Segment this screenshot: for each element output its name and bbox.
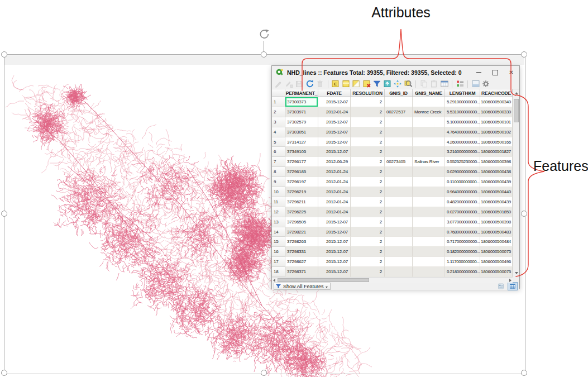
cell-permanent_[interactable]: 37296197 (285, 177, 318, 187)
cell-gnis_id[interactable] (385, 187, 413, 197)
cell-permanent_[interactable]: 37298221 (285, 227, 318, 237)
cell-reachcode[interactable]: 1806000500483 (480, 227, 513, 237)
vertical-scroll-thumb[interactable] (514, 99, 519, 122)
cell-resolution[interactable]: 2 (351, 247, 385, 257)
cell-lengthkm[interactable]: 3.077000000000... (445, 217, 480, 227)
cell-gnis_id[interactable] (385, 147, 413, 157)
cell-resolution[interactable]: 2 (351, 127, 385, 137)
selection-handle-top-center[interactable] (261, 51, 267, 58)
cell-gnis_name[interactable] (413, 247, 445, 257)
cell-gnis_id[interactable]: 00273405 (385, 157, 413, 167)
row-number-cell[interactable]: 15 (272, 237, 285, 247)
horizontal-scrollbar[interactable] (272, 277, 513, 283)
cell-lengthkm[interactable]: 4.260000000000... (445, 137, 480, 147)
cell-lengthkm[interactable]: 0.029000000000... (445, 167, 480, 177)
selection-handle-bottom-center[interactable] (261, 370, 267, 376)
conditional-formatting-icon[interactable] (456, 79, 465, 88)
cell-reachcode[interactable]: 1806000500330 (480, 107, 513, 117)
pan-to-selection-icon[interactable] (393, 79, 402, 88)
actions-icon[interactable] (481, 79, 490, 88)
cell-resolution[interactable]: 2 (351, 187, 385, 197)
cell-resolution[interactable]: 2 (351, 157, 385, 167)
column-header-permanent_[interactable]: PERMANENT_ (285, 89, 318, 97)
selection-handle-mid-right[interactable] (521, 211, 527, 217)
vertical-scroll-track[interactable] (513, 97, 519, 269)
cell-lengthkm[interactable]: 1.117000000000... (445, 257, 480, 267)
cell-gnis_id[interactable] (385, 177, 413, 187)
cell-permanent_[interactable]: 37296505 (285, 217, 318, 227)
cell-lengthkm[interactable]: 0.768000000000... (445, 227, 480, 237)
select-all-icon[interactable] (342, 79, 351, 88)
cell-resolution[interactable]: 2 (351, 257, 385, 267)
cell-lengthkm[interactable]: 0.717000000000... (445, 237, 480, 247)
cell-gnis_name[interactable] (413, 127, 445, 137)
row-number-cell[interactable]: 17 (272, 257, 285, 267)
row-number-cell[interactable]: 8 (272, 167, 285, 177)
cell-lengthkm[interactable]: 5.531000000000... (445, 107, 480, 117)
cell-permanent_[interactable]: 37303971 (285, 107, 318, 117)
cell-lengthkm[interactable]: 5.100000000000... (445, 117, 480, 127)
cell-lengthkm[interactable]: 0.110000000000... (445, 177, 480, 187)
cell-permanent_[interactable]: 37302579 (285, 117, 318, 127)
header-corner-cell[interactable] (272, 89, 285, 97)
cell-resolution[interactable]: 2 (351, 177, 385, 187)
scroll-down-arrow[interactable] (513, 269, 519, 277)
cell-resolution[interactable]: 2 (351, 237, 385, 247)
maximize-button[interactable] (487, 66, 503, 78)
cell-lengthkm[interactable]: 0.964000000000... (445, 187, 480, 197)
row-number-cell[interactable]: 10 (272, 187, 285, 197)
vertical-scrollbar[interactable] (513, 89, 519, 277)
cell-gnis_name[interactable] (413, 187, 445, 197)
cell-gnis_id[interactable] (385, 207, 413, 217)
cell-resolution[interactable]: 2 (351, 107, 385, 117)
cell-gnis_id[interactable] (385, 217, 413, 227)
cell-gnis_name[interactable]: Salinas River (413, 157, 445, 167)
cell-lengthkm[interactable]: 0.218000000000... (445, 267, 480, 277)
cell-resolution[interactable]: 2 (351, 147, 385, 157)
cell-gnis_name[interactable] (413, 117, 445, 127)
cell-gnis_name[interactable]: Monroe Creek (413, 107, 445, 117)
cell-permanent_[interactable]: 37296225 (285, 207, 318, 217)
cell-gnis_id[interactable]: 00272537 (385, 107, 413, 117)
cell-reachcode[interactable]: 1806000500398 (480, 217, 513, 227)
cell-reachcode[interactable]: 1806000500340 (480, 97, 513, 107)
rotate-handle-icon[interactable] (257, 28, 271, 44)
cell-reachcode[interactable]: 1806000500075 (480, 247, 513, 257)
table-view-toggle-icon[interactable] (508, 282, 518, 290)
cell-permanent_[interactable]: 37296211 (285, 197, 318, 207)
select-by-expression-icon[interactable]: ε (331, 79, 340, 88)
cell-gnis_name[interactable] (413, 267, 445, 277)
show-all-features-button[interactable]: Show All Features (274, 283, 331, 290)
cell-reachcode[interactable]: 1806000500438 (480, 167, 513, 177)
row-number-cell[interactable]: 1 (272, 97, 285, 107)
reload-table-icon[interactable] (305, 79, 314, 88)
column-header-reachcode[interactable]: REACHCODE (480, 89, 513, 97)
cell-reachcode[interactable]: 1806000500075 (480, 267, 513, 277)
cell-gnis_id[interactable] (385, 197, 413, 207)
minimize-button[interactable] (471, 66, 487, 78)
cell-lengthkm[interactable]: 0.552525230000... (445, 157, 480, 167)
cell-fdate[interactable]: 2015-12-07 (318, 267, 351, 277)
cell-gnis_id[interactable] (385, 267, 413, 277)
cell-resolution[interactable]: 2 (351, 167, 385, 177)
cell-gnis_name[interactable] (413, 137, 445, 147)
row-number-cell[interactable]: 16 (272, 247, 285, 257)
paste-features-icon[interactable] (429, 79, 438, 88)
cell-gnis_name[interactable] (413, 207, 445, 217)
cell-fdate[interactable]: 2012-01-24 (318, 167, 351, 177)
cell-lengthkm[interactable]: 0.027000000000... (445, 207, 480, 217)
cell-fdate[interactable]: 2012-01-24 (318, 187, 351, 197)
cell-fdate[interactable]: 2012-01-24 (318, 177, 351, 187)
cell-gnis_id[interactable] (385, 117, 413, 127)
multiedit-icon[interactable] (285, 79, 294, 88)
cell-permanent_[interactable]: 37296219 (285, 187, 318, 197)
cell-reachcode[interactable]: 1806000500496 (480, 257, 513, 267)
cell-resolution[interactable]: 2 (351, 197, 385, 207)
copy-selection-icon[interactable] (419, 79, 428, 88)
invert-selection-icon[interactable] (352, 79, 361, 88)
move-selection-top-icon[interactable] (383, 79, 392, 88)
cell-permanent_[interactable]: 37349105 (285, 147, 318, 157)
selection-handle-mid-left[interactable] (1, 211, 7, 217)
cell-permanent_[interactable]: 37300373 (285, 97, 318, 107)
cell-reachcode[interactable]: 1806000500102 (480, 127, 513, 137)
